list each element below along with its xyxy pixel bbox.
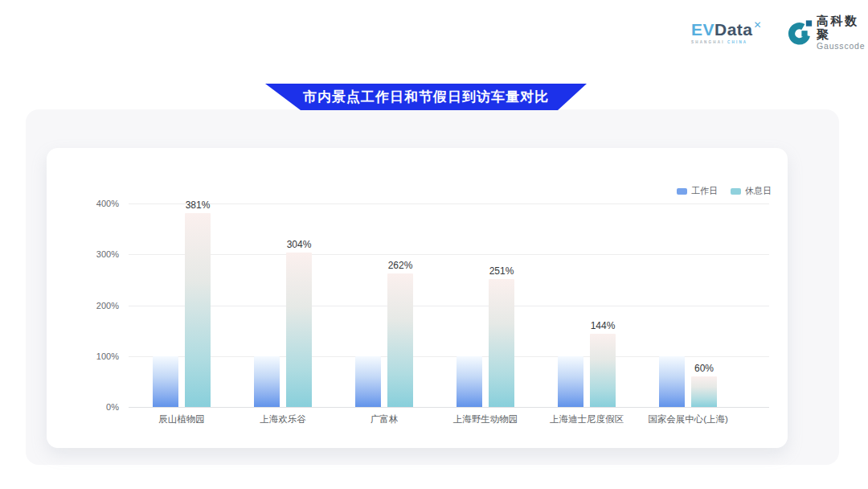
bar-restday <box>590 334 616 407</box>
x-axis-label: 辰山植物园 <box>125 413 238 425</box>
bar-value-label: 251% <box>465 265 538 277</box>
y-axis-label: 200% <box>71 300 119 311</box>
x-axis-label: 上海野生动物园 <box>429 413 542 425</box>
bar-value-label: 144% <box>566 320 640 331</box>
page: EVData✕ SHANGHAI CHINA 高科数聚 Gausscode 市内… <box>0 0 868 489</box>
evdata-subtext: SHANGHAI CHINA <box>691 40 781 44</box>
bar-workday <box>558 356 583 407</box>
y-axis-label: 400% <box>71 198 119 209</box>
bar-workday <box>153 356 178 407</box>
bar-workday <box>355 356 381 407</box>
y-axis-label: 0% <box>71 401 119 413</box>
evdata-wordmark: EVData✕ <box>691 16 781 39</box>
evdata-wordmark-ev: EV <box>691 20 714 39</box>
evdata-wordmark-data: Data <box>714 20 753 39</box>
gausscode-text: 高科数聚 Gausscode <box>817 14 868 51</box>
x-axis-label: 上海欢乐谷 <box>227 413 339 425</box>
gausscode-logo: 高科数聚 Gausscode <box>788 14 868 51</box>
bar-restday <box>691 376 717 407</box>
bar-value-label: 60% <box>667 363 741 374</box>
x-axis-label: 广富林 <box>328 413 440 425</box>
bar-workday <box>457 356 482 407</box>
title-banner: 市内景点工作日和节假日到访车量对比 <box>265 84 587 110</box>
bar-value-label: 381% <box>161 199 235 211</box>
evdata-subtext-shanghai: SHANGHAI <box>691 40 725 44</box>
gridline <box>129 306 769 306</box>
plot-area: 0%100%200%300%400%381%辰山植物园304%上海欢乐谷262%… <box>47 148 788 448</box>
x-axis-label: 国家会展中心(上海) <box>632 413 744 425</box>
bar-restday <box>185 213 211 407</box>
bar-restday <box>387 273 413 407</box>
bar-restday <box>286 253 312 407</box>
evdata-logo: EVData✕ SHANGHAI CHINA <box>691 16 781 44</box>
chart-card: 工作日休息日 0%100%200%300%400%381%辰山植物园304%上海… <box>47 148 788 448</box>
x-axis-line <box>129 407 769 408</box>
bar-restday <box>489 279 514 407</box>
gausscode-g-icon <box>788 18 813 47</box>
bar-value-label: 304% <box>262 239 336 250</box>
y-axis-label: 300% <box>71 249 119 260</box>
gausscode-en-name: Gausscode <box>817 41 868 51</box>
evdata-subtext-china: CHINA <box>727 40 747 44</box>
evdata-spark-icon: ✕ <box>754 19 763 31</box>
bar-workday <box>254 356 280 407</box>
page-title: 市内景点工作日和节假日到访车量对比 <box>303 88 549 106</box>
x-axis-label: 上海迪士尼度假区 <box>530 413 643 425</box>
y-axis-label: 100% <box>71 351 119 362</box>
gridline <box>129 254 769 255</box>
gausscode-cn-name: 高科数聚 <box>817 14 868 41</box>
bar-value-label: 262% <box>363 260 437 271</box>
